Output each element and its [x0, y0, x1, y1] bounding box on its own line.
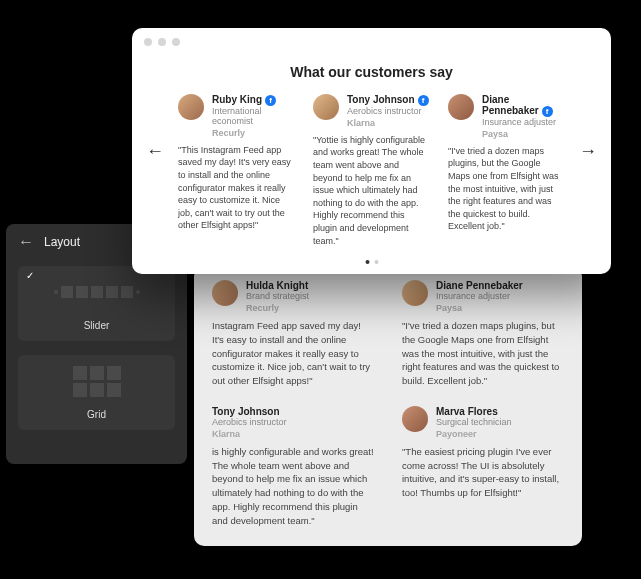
- option-label: Slider: [26, 320, 167, 331]
- reviewer-role: Insurance adjuster: [436, 291, 523, 301]
- reviewer-name: Marva Flores: [436, 406, 512, 417]
- reviewer-role: Aerobics instructor: [212, 417, 287, 427]
- review-card: Marva Flores Surgical technician Payonee…: [402, 406, 564, 528]
- review-card: Tony Johnsonf Aerobics instructor Klarna…: [313, 94, 430, 247]
- slider-icon: [26, 272, 167, 312]
- reviewer-brand: Recurly: [212, 128, 295, 138]
- reviewer-name: Ruby Kingf: [212, 94, 295, 106]
- reviewer-brand: Paysa: [436, 303, 523, 313]
- review-quote: "I've tried a dozen maps plugins, but th…: [448, 145, 565, 233]
- reviewer-name: Diane Pennebaker: [436, 280, 523, 291]
- review-quote: "Yottie is highly configurable and works…: [313, 134, 430, 247]
- avatar: [313, 94, 339, 120]
- reviewer-name: Tony Johnsonf: [347, 94, 429, 106]
- reviewer-name: Tony Johnson: [212, 406, 287, 417]
- review-card: Diane Pennebakerf Insurance adjuster Pay…: [448, 94, 565, 247]
- reviewer-brand: Payoneer: [436, 429, 512, 439]
- prev-arrow-icon[interactable]: ←: [140, 135, 170, 168]
- slider-preview-card: What our customers say ← → Ruby Kingf In…: [132, 28, 611, 274]
- testimonials-heading: What our customers say: [132, 64, 611, 80]
- avatar: [402, 280, 428, 306]
- reviewer-name: Diane Pennebakerf: [482, 94, 565, 117]
- reviewer-brand: Klarna: [347, 118, 429, 128]
- traffic-lights-icon: [144, 38, 180, 46]
- reviewer-role: Brand strategist: [246, 291, 309, 301]
- reviewer-role: Surgical technician: [436, 417, 512, 427]
- layout-option-slider[interactable]: Slider: [18, 266, 175, 341]
- facebook-icon: f: [265, 95, 276, 106]
- reviewer-role: Aerobics instructor: [347, 106, 429, 116]
- review-quote: is highly configurable and works great! …: [212, 445, 374, 528]
- grid-icon: [26, 361, 167, 401]
- reviewer-brand: Recurly: [246, 303, 309, 313]
- review-quote: "I've tried a dozen maps plugins, but th…: [402, 319, 564, 388]
- avatar: [402, 406, 428, 432]
- panel-title: Layout: [44, 235, 80, 249]
- reviewer-brand: Klarna: [212, 429, 287, 439]
- back-icon[interactable]: ←: [18, 234, 34, 250]
- avatar: [212, 280, 238, 306]
- facebook-icon: f: [418, 95, 429, 106]
- next-arrow-icon[interactable]: →: [573, 135, 603, 168]
- layout-option-grid[interactable]: Grid: [18, 355, 175, 430]
- facebook-icon: f: [542, 106, 553, 117]
- review-quote: Instagram Feed app saved my day! It's ea…: [212, 319, 374, 388]
- review-card: Tony Johnson Aerobics instructor Klarna …: [212, 406, 374, 528]
- avatar: [448, 94, 474, 120]
- avatar: [178, 94, 204, 120]
- review-quote: "This Instagram Feed app saved my day! I…: [178, 144, 295, 232]
- pagination-dots[interactable]: [365, 260, 378, 264]
- reviewer-name: Hulda Knight: [246, 280, 309, 291]
- reviewer-brand: Paysa: [482, 129, 565, 139]
- review-quote: "The easiest pricing plugin I've ever co…: [402, 445, 564, 500]
- reviewer-role: Insurance adjuster: [482, 117, 565, 127]
- grid-preview-card: Hulda Knight Brand strategist Recurly In…: [194, 266, 582, 546]
- review-card: Diane Pennebaker Insurance adjuster Pays…: [402, 280, 564, 388]
- review-card: Ruby Kingf International economist Recur…: [178, 94, 295, 247]
- reviewer-role: International economist: [212, 106, 295, 126]
- review-card: Hulda Knight Brand strategist Recurly In…: [212, 280, 374, 388]
- option-label: Grid: [26, 409, 167, 420]
